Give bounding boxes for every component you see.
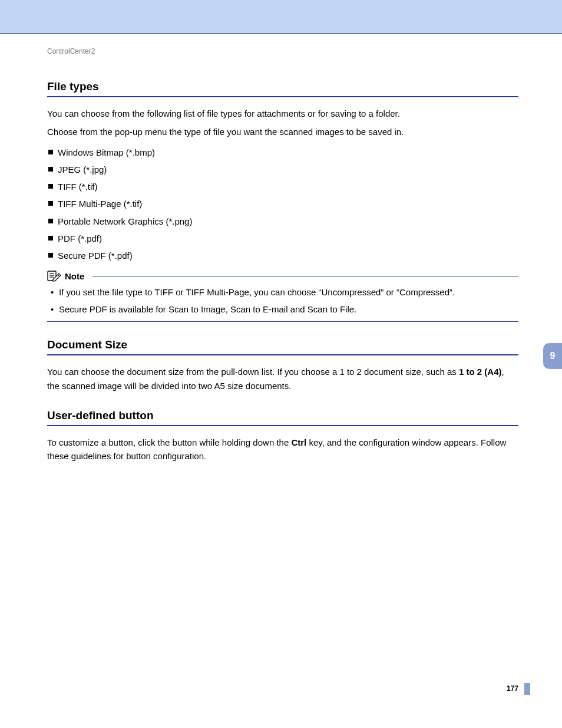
note-header-rule	[92, 276, 518, 276]
file-types-para-1: You can choose from the following list o…	[47, 107, 518, 120]
chapter-tab: 9	[543, 343, 562, 369]
list-item: JPEG (*.jpg)	[47, 161, 518, 178]
chapter-number: 9	[550, 351, 556, 361]
note-label: Note	[65, 271, 84, 281]
text: You can choose the document size from th…	[47, 367, 459, 377]
list-item: If you set the file type to TIFF or TIFF…	[47, 284, 518, 301]
list-item: TIFF (*.tif)	[47, 178, 518, 195]
breadcrumb: ControlCenter2	[47, 47, 518, 55]
bold-text: 1 to 2 (A4)	[459, 367, 502, 377]
section-rule	[47, 96, 518, 97]
list-item: Portable Network Graphics (*.png)	[47, 213, 518, 230]
note-pencil-icon	[47, 270, 61, 282]
bold-text: Ctrl	[291, 437, 306, 447]
header-band	[0, 0, 562, 33]
list-item: TIFF Multi-Page (*.tif)	[47, 195, 518, 212]
page-content: ControlCenter2 File types You can choose…	[47, 47, 518, 467]
note-list: If you set the file type to TIFF or TIFF…	[47, 284, 518, 318]
list-item: Windows Bitmap (*.bmp)	[47, 144, 518, 161]
section-rule	[47, 354, 518, 355]
heading-user-defined-button: User-defined button	[47, 409, 518, 422]
file-types-list: Windows Bitmap (*.bmp) JPEG (*.jpg) TIFF…	[47, 144, 518, 265]
note-header: Note	[47, 270, 518, 282]
heading-file-types: File types	[47, 80, 518, 93]
list-item: Secure PDF (*.pdf)	[47, 247, 518, 264]
page-corner-mark	[524, 683, 530, 695]
heading-document-size: Document Size	[47, 338, 518, 351]
list-item: PDF (*.pdf)	[47, 230, 518, 247]
note-block: Note If you set the file type to TIFF or…	[47, 270, 518, 322]
file-types-para-2: Choose from the pop-up menu the type of …	[47, 125, 518, 139]
section-rule	[47, 425, 518, 426]
header-rule	[0, 33, 562, 34]
user-defined-button-para: To customize a button, click the button …	[47, 436, 518, 463]
page-number: 177	[507, 684, 518, 693]
list-item: Secure PDF is available for Scan to Imag…	[47, 301, 518, 318]
document-size-para: You can choose the document size from th…	[47, 365, 518, 393]
text: To customize a button, click the button …	[47, 437, 291, 447]
note-bottom-rule	[47, 321, 518, 322]
